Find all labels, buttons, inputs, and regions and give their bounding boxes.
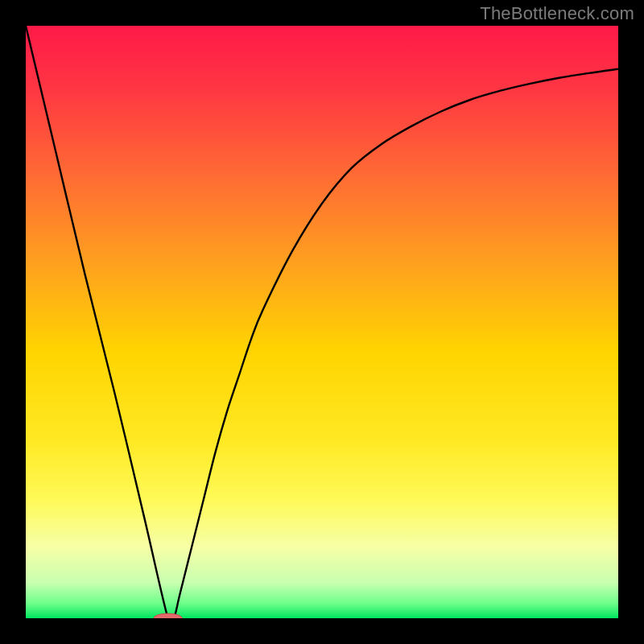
- watermark-text: TheBottleneck.com: [480, 3, 634, 24]
- image-frame: TheBottleneck.com: [0, 0, 644, 644]
- bottleneck-chart: [26, 26, 618, 618]
- gradient-background: [26, 26, 618, 618]
